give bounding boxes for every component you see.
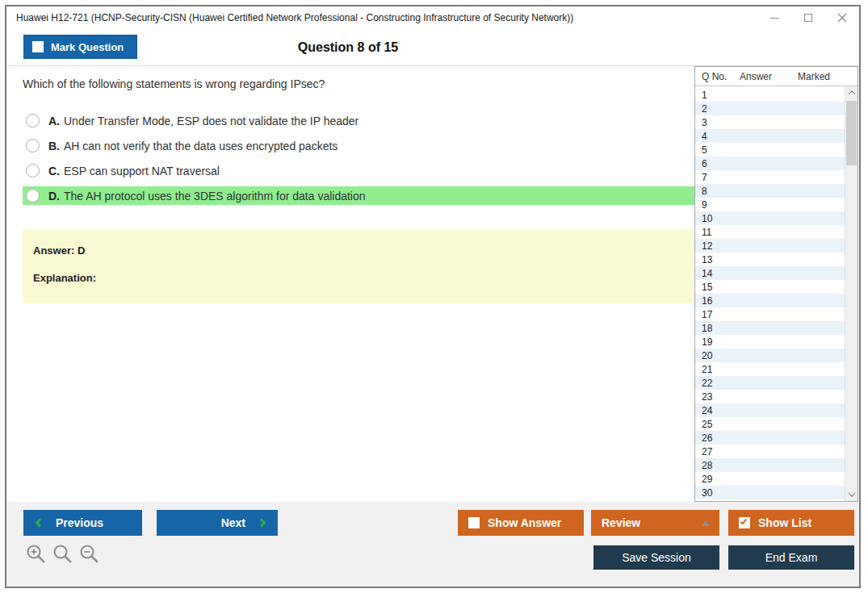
radio-icon[interactable] xyxy=(26,164,40,177)
question-list-row[interactable]: 24 xyxy=(695,403,845,417)
show-list-button[interactable]: Show List xyxy=(728,510,854,536)
scrollbar-thumb[interactable] xyxy=(846,101,857,165)
checkmark-icon xyxy=(740,518,747,525)
question-list-row[interactable]: 28 xyxy=(695,458,845,472)
maximize-icon xyxy=(804,14,812,22)
radio-icon[interactable] xyxy=(26,189,40,203)
question-list-row[interactable]: 14 xyxy=(695,266,845,280)
window-controls xyxy=(757,6,859,29)
chevron-up-icon xyxy=(849,90,855,97)
show-answer-checkbox-icon[interactable] xyxy=(468,517,480,528)
question-list-row[interactable]: 17 xyxy=(695,307,845,321)
question-list-row[interactable]: 20 xyxy=(695,349,845,362)
question-list-row[interactable]: 30 xyxy=(695,486,845,499)
show-answer-button[interactable]: Show Answer xyxy=(458,510,584,536)
answer-label: Answer: D xyxy=(33,244,682,257)
end-exam-button[interactable]: End Exam xyxy=(728,545,854,570)
question-list-row[interactable]: 19 xyxy=(695,335,845,349)
question-list-header: Q No. Answer Marked xyxy=(695,67,858,86)
question-list-row[interactable]: 9 xyxy=(695,198,845,211)
triangle-up-icon xyxy=(702,520,710,526)
question-list-panel: Q No. Answer Marked 12345678910111213141… xyxy=(694,66,858,502)
main-area: Which of the following statements is wro… xyxy=(6,66,859,502)
question-list-row[interactable]: 7 xyxy=(695,170,845,184)
previous-button[interactable]: Previous xyxy=(23,510,142,536)
maximize-button[interactable] xyxy=(791,6,825,29)
explanation-label: Explanation: xyxy=(33,272,682,284)
option-text: The AH protocol uses the 3DES algorithm … xyxy=(64,190,366,203)
question-list-row[interactable]: 11 xyxy=(695,225,845,239)
option-d[interactable]: D. The AH protocol uses the 3DES algorit… xyxy=(23,186,694,205)
question-list-row[interactable]: 22 xyxy=(695,376,845,390)
chevron-left-icon xyxy=(35,518,44,527)
column-answer: Answer xyxy=(740,71,798,82)
column-qno: Q No. xyxy=(695,71,740,82)
app-window: Huawei H12-721 (HCNP-Security-CISN (Huaw… xyxy=(5,5,861,588)
window-title: Huawei H12-721 (HCNP-Security-CISN (Huaw… xyxy=(6,12,573,23)
review-dropdown-button[interactable]: Review xyxy=(591,510,719,536)
question-list-row[interactable]: 27 xyxy=(695,445,845,458)
question-list-row[interactable]: 23 xyxy=(695,390,845,403)
question-list-row[interactable]: 29 xyxy=(695,472,845,486)
next-button[interactable]: Next xyxy=(157,510,278,536)
question-panel: Which of the following statements is wro… xyxy=(6,66,694,502)
option-letter: B. xyxy=(48,140,60,152)
option-b[interactable]: B. AH can not verify that the data uses … xyxy=(23,136,694,155)
question-list-row[interactable]: 10 xyxy=(695,211,845,225)
zoom-tools xyxy=(26,544,100,568)
question-list-row[interactable]: 16 xyxy=(695,294,845,307)
question-list-row[interactable]: 4 xyxy=(695,129,845,143)
question-list-row[interactable]: 21 xyxy=(695,362,845,376)
option-letter: A. xyxy=(48,115,60,127)
end-exam-label: End Exam xyxy=(765,551,818,564)
scroll-down-button[interactable] xyxy=(845,488,858,501)
zoom-in-button[interactable] xyxy=(26,544,47,568)
minimize-button[interactable] xyxy=(757,6,791,29)
question-counter: Question 8 of 15 xyxy=(6,29,690,66)
question-list-row[interactable]: 5 xyxy=(695,143,845,157)
question-list: 1234567891011121314151617181920212223242… xyxy=(695,86,858,501)
magnifier-icon xyxy=(52,544,73,565)
zoom-out-button[interactable] xyxy=(79,544,100,568)
option-c[interactable]: C. ESP can support NAT traversal xyxy=(23,161,694,180)
show-answer-label: Show Answer xyxy=(488,516,561,529)
zoom-reset-button[interactable] xyxy=(52,544,73,568)
radio-icon[interactable] xyxy=(26,139,40,152)
option-text: Under Transfer Mode, ESP does not valida… xyxy=(64,115,359,127)
radio-icon[interactable] xyxy=(26,114,40,127)
option-a[interactable]: A. Under Transfer Mode, ESP does not val… xyxy=(23,111,694,130)
question-text: Which of the following statements is wro… xyxy=(23,77,694,90)
zoom-out-icon xyxy=(79,544,100,565)
option-text: AH can not verify that the data uses enc… xyxy=(64,140,338,152)
chevron-down-icon xyxy=(849,490,855,496)
answer-box: Answer: D Explanation: xyxy=(23,229,693,303)
question-list-row[interactable]: 15 xyxy=(695,280,845,294)
option-letter: D. xyxy=(48,190,60,203)
question-list-row[interactable]: 25 xyxy=(695,417,845,431)
question-list-row[interactable]: 26 xyxy=(695,431,845,445)
close-button[interactable] xyxy=(825,6,859,29)
question-list-row[interactable]: 6 xyxy=(695,157,845,170)
question-list-scrollbar[interactable] xyxy=(845,86,858,501)
previous-label: Previous xyxy=(56,516,103,529)
column-marked: Marked xyxy=(798,71,858,82)
question-list-row[interactable]: 2 xyxy=(695,102,845,115)
minimize-icon xyxy=(770,18,779,19)
question-list-row[interactable]: 8 xyxy=(695,184,845,198)
zoom-in-icon xyxy=(26,544,47,565)
title-bar: Huawei H12-721 (HCNP-Security-CISN (Huaw… xyxy=(6,6,859,29)
show-list-checkbox-icon[interactable] xyxy=(739,517,750,528)
show-list-label: Show List xyxy=(758,516,811,529)
question-list-row[interactable]: 13 xyxy=(695,253,845,266)
question-list-row[interactable]: 18 xyxy=(695,321,845,335)
header-bar: Mark Question Question 8 of 15 xyxy=(6,29,859,66)
save-session-button[interactable]: Save Session xyxy=(593,545,719,570)
option-text: ESP can support NAT traversal xyxy=(64,165,220,177)
question-list-row[interactable]: 1 xyxy=(695,88,845,102)
close-icon xyxy=(837,13,847,23)
footer-bar: Previous Next Show Answer Review Show Li… xyxy=(6,502,859,587)
question-list-row[interactable]: 12 xyxy=(695,239,845,253)
question-list-row[interactable]: 3 xyxy=(695,115,845,129)
option-letter: C. xyxy=(48,165,60,177)
scroll-up-button[interactable] xyxy=(845,86,858,99)
